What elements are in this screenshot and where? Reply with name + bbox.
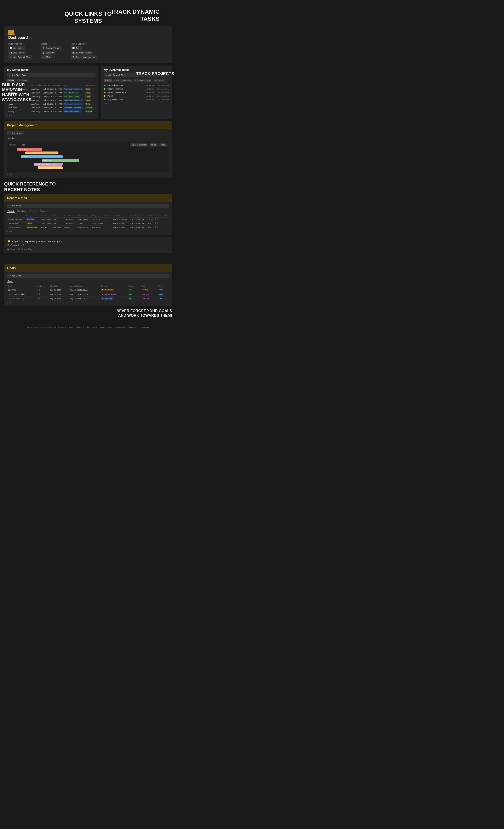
task-tag: Life – Maintenance [63,91,84,95]
project-bar: Website [21,155,63,158]
table-row: Launch Community July 15, 2024 July 12, … [7,296,169,301]
archive-checkbox[interactable] [105,222,107,224]
goal-due: July 31, 2024 [49,288,69,292]
new-static-task-link[interactable]: + New [7,114,96,116]
footer-link-templates[interactable]: More Templates [69,326,82,328]
task-tag: Business – Maintenh... [63,87,84,91]
goal-edited: July 12, 2024 2:06 AM [69,296,101,301]
task-action[interactable]: Click when Done [157,95,169,97]
dyn-filter-upcoming[interactable]: All D&B upcoming [113,79,132,82]
add-static-task-btn[interactable]: ＋ Add Static Task [7,73,96,77]
callout-box: 💛 Its good to keep knowing what you are … [4,237,172,253]
goals-header: Goals [4,264,172,272]
tab-process[interactable]: Process [29,210,37,213]
footer-link-linkedin[interactable]: Follow Us on LinkedIn [107,326,125,328]
add-dynamic-task-btn[interactable]: ⊞ Add Dynamic Task [8,55,32,59]
archive-checkbox[interactable] [105,218,107,220]
cashflow-icon: 💰 [42,51,45,54]
cashflow-btn[interactable]: 💰 Cashflow [41,51,56,55]
static-tasks-header: My Static Tasks [7,68,96,72]
note-archive [104,217,112,221]
note-project: Sales Funnel [40,217,52,221]
dyn-filter-week[interactable]: This Week (D&S) [134,79,152,82]
note-edited: July 12, 2024 2:06 AM [129,217,147,221]
col-header: Areas [52,214,63,218]
plus-icon5: ＋ [9,275,11,277]
add-goals-btn[interactable]: ＋ Add Goals [7,274,169,278]
dyn-filter-today[interactable]: Today [104,79,112,82]
table-row: 10k MRR July 31, 2024 July 12, 2024 2:05… [7,288,169,292]
areas-btn[interactable]: ⬜ Areas [71,46,83,50]
task-tag: Business – Maintenh... [63,99,84,102]
task-action[interactable]: Click when Done [157,88,169,90]
list-item: Renew Driver Licence July 13, 2024 Click… [104,91,169,94]
note-name: Reasons To embrace AI [7,217,25,221]
crm-btn[interactable]: 👥 CRM [41,55,52,59]
col-header: Notes [7,214,25,218]
task-date: July 12, 2024 [145,95,155,97]
notes-tab-bar: Recent Task Notes Process Favorites [7,210,169,213]
status-dot [104,99,106,100]
list-item: Notion Project Launch [9,151,168,154]
timeline-tab[interactable]: Timeline [7,137,16,140]
open-calendar-btn[interactable]: Open in Calendar [130,143,148,147]
new-dynamic-task-link[interactable]: + New [104,102,169,104]
filter-today[interactable]: Today [7,79,15,82]
favorites-checkbox[interactable] [155,226,157,228]
col-header: URL [164,214,169,218]
add-notes-btn[interactable]: 📝 Add Notes [8,46,25,50]
dashboard-card: Dashboard Quick Actions 📝 Add Notes 📋 Ad… [4,26,172,63]
dashboard-icon [8,30,14,34]
archive-checkbox[interactable] [37,293,40,295]
task-action[interactable]: Click when Done [157,99,169,101]
goal-due: July 15, 2024 [49,296,69,301]
col-header: Area Blocks [63,214,77,218]
note-edited: July 12, 2024 2:09 AM [129,225,147,229]
footer-link-twitter[interactable]: Follow Us on X (Twitter) [85,326,105,328]
list-item: Upgrade Workflow July 13, 2024 Click whe… [104,98,169,101]
goals-table-tab[interactable]: Table [7,280,13,283]
new-note-link[interactable]: + New [7,230,169,232]
goal-year: 2024 [157,296,169,301]
goal-year: 2024 [157,292,169,296]
favorites-checkbox[interactable] [155,218,157,220]
notes-header: Recent Notes [4,194,172,202]
week-planner-btn[interactable]: 📅 52 Week Planner [71,51,94,55]
filter-thisweek[interactable]: This Week [16,79,29,82]
note-people: Lisa Martin [92,225,104,229]
tab-recent[interactable]: Recent [7,210,15,213]
content-planner-btn[interactable]: 🗓 Content Planner [41,46,62,50]
areas-icon: ⬜ [72,47,75,49]
tab-task-notes[interactable]: Task Notes [16,210,27,213]
add-project-btn[interactable]: 📋 Add Project [8,51,26,55]
tab-favorites[interactable]: Favorites [39,210,48,213]
goal-archive [37,296,49,301]
add-notes-btn2[interactable]: ＋ Add Notes [7,204,169,208]
table-row: Elevator Script 2 – Cal Sales Funnel Sal… [7,221,169,225]
month-btn[interactable]: Month [149,143,158,147]
task-date: July 23, 2024 [145,84,155,86]
month-june: June 2024 [9,144,17,146]
dynamic-tasks-list: New task(rename) July 23, 2024 Click whe… [104,84,169,101]
project-bar: Notion Project Launch [25,151,59,154]
dyn-filter-more[interactable]: + 4 more... [153,79,166,82]
note-people: Tom Harris [92,217,104,221]
archive-checkbox[interactable] [105,226,107,228]
favorites-checkbox[interactable] [155,222,157,224]
footer-brand[interactable]: Next Systems AI [52,326,66,328]
callout-toggle[interactable]: ▶ Process for Setting Goals [7,248,169,250]
task-date: July 13, 2024 2:23 AM [42,95,63,99]
today-btn[interactable]: Today [159,143,168,147]
archive-checkbox[interactable] [37,297,40,299]
new-project-link[interactable]: + New [7,174,169,176]
quick-actions-heading: Quick Actions [8,43,32,45]
footer-link-newsletter[interactable]: Sign up to our Newsletter [128,326,149,328]
project-mgmt-btn[interactable]: 🏗 Project Management [71,55,97,59]
task-action[interactable]: Click when Done [157,84,169,86]
note-archive [104,225,112,229]
task-action[interactable]: Click when Done [157,92,169,94]
add-project-btn2[interactable]: ＋ Add Project [7,131,24,135]
goal-due: July 15, 2024 [49,292,69,296]
new-goal-link[interactable]: + New [7,302,169,304]
archive-checkbox[interactable] [37,289,40,291]
